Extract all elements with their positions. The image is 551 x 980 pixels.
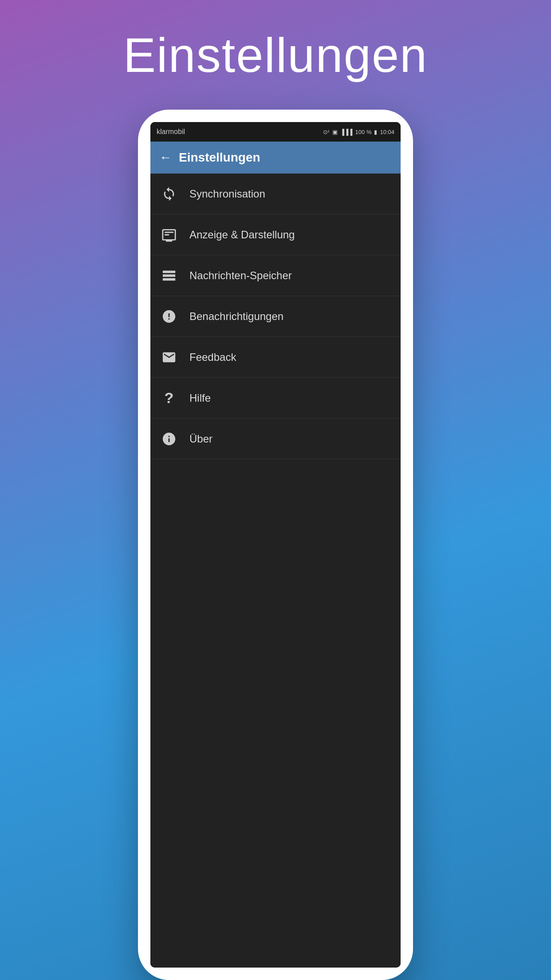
feedback-label: Feedback bbox=[189, 351, 236, 364]
page-title: Einstellungen bbox=[123, 27, 428, 83]
display-icon bbox=[159, 227, 179, 242]
battery-label: 100 % bbox=[355, 129, 372, 135]
menu-item-feedback[interactable]: Feedback bbox=[150, 337, 401, 378]
status-bar: klarmobil ⊙¹ ▣ ▐▐▐ 100 % ▮ 10:04 bbox=[150, 122, 401, 142]
app-bar: ← Einstellungen bbox=[150, 142, 401, 174]
signal-icon: ▐▐▐ bbox=[340, 129, 353, 135]
hilfe-label: Hilfe bbox=[189, 392, 211, 404]
phone-screen: klarmobil ⊙¹ ▣ ▐▐▐ 100 % ▮ 10:04 ← Einst… bbox=[150, 122, 401, 968]
anzeige-label: Anzeige & Darstellung bbox=[189, 229, 295, 241]
menu-item-ueber[interactable]: Über bbox=[150, 419, 401, 459]
storage-icon bbox=[159, 268, 179, 283]
sync-icon bbox=[159, 186, 179, 202]
time-label: 10:04 bbox=[380, 129, 394, 135]
phone-mockup: klarmobil ⊙¹ ▣ ▐▐▐ 100 % ▮ 10:04 ← Einst… bbox=[138, 110, 413, 980]
menu-item-hilfe[interactable]: ? Hilfe bbox=[150, 378, 401, 419]
synchronisation-label: Synchronisation bbox=[189, 188, 265, 200]
menu-item-synchronisation[interactable]: Synchronisation bbox=[150, 174, 401, 214]
nachrichten-label: Nachrichten-Speicher bbox=[189, 269, 292, 282]
alert-icon bbox=[159, 309, 179, 324]
menu-item-anzeige[interactable]: Anzeige & Darstellung bbox=[150, 214, 401, 255]
settings-menu-list: Synchronisation Anzeige & Darstellung bbox=[150, 174, 401, 968]
info-icon bbox=[159, 431, 179, 447]
vibrate-icon: ▣ bbox=[332, 129, 338, 135]
ueber-label: Über bbox=[189, 433, 213, 445]
wifi-icon: ⊙¹ bbox=[323, 129, 330, 135]
benachrichtigungen-label: Benachrichtigungen bbox=[189, 310, 283, 323]
app-bar-title: Einstellungen bbox=[179, 150, 260, 165]
battery-icon: ▮ bbox=[374, 129, 377, 135]
email-icon bbox=[159, 350, 179, 365]
carrier-label: klarmobil bbox=[157, 128, 185, 136]
help-icon: ? bbox=[159, 389, 179, 407]
back-button[interactable]: ← bbox=[159, 150, 172, 165]
menu-item-benachrichtigungen[interactable]: Benachrichtigungen bbox=[150, 296, 401, 337]
menu-item-nachrichten[interactable]: Nachrichten-Speicher bbox=[150, 255, 401, 296]
status-icons: ⊙¹ ▣ ▐▐▐ 100 % ▮ 10:04 bbox=[323, 129, 394, 135]
